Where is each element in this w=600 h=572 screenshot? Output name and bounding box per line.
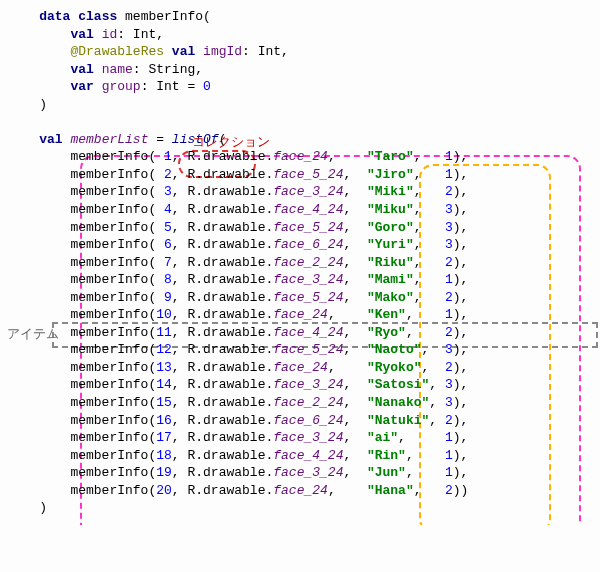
code-block: data class memberInfo( val id: Int, @Dra… — [8, 8, 592, 517]
label-collection: コレクション — [192, 133, 270, 151]
label-item: アイテム — [7, 325, 59, 343]
